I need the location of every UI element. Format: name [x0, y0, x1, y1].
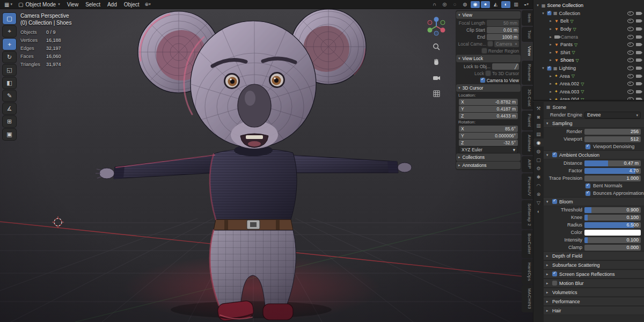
section-volumetrics[interactable]: ▸ Volumetrics — [544, 288, 644, 297]
eye-icon[interactable] — [627, 58, 634, 62]
expand-arrow-icon[interactable]: ▸ — [548, 27, 553, 31]
bloom-intensity-field[interactable]: 0.100 — [584, 237, 641, 243]
eye-icon[interactable] — [627, 50, 634, 55]
tab-item[interactable]: Item — [522, 10, 533, 26]
tool-transform[interactable]: ◧ — [3, 77, 16, 89]
eye-icon[interactable] — [627, 66, 634, 70]
section-3d-cursor-header[interactable]: ▾ 3D Cursor — [456, 84, 521, 92]
render-camera-icon[interactable] — [636, 75, 641, 78]
outliner-row-area[interactable]: ▸ ✦ Area ▽ — [533, 72, 644, 80]
section-motion-blur[interactable]: ▸ Motion Blur — [544, 279, 644, 288]
expand-arrow-icon[interactable]: ▸ — [548, 74, 553, 78]
viewport-denoising-checkbox[interactable] — [586, 144, 590, 149]
outliner-row-shirt[interactable]: ▸ ▼ Shirt ▽ — [533, 49, 644, 57]
expand-arrow-icon[interactable]: ▾ — [541, 11, 545, 16]
snap-magnet-button[interactable]: ∩ — [430, 1, 439, 8]
tab-boxcutter[interactable]: BoxCutter — [522, 230, 533, 258]
close-icon[interactable]: × — [515, 41, 517, 47]
tab-view-layer[interactable]: ▤ — [533, 130, 544, 138]
section-performance[interactable]: ▸ Performance — [544, 297, 644, 306]
eye-icon[interactable] — [627, 27, 634, 31]
section-view-header[interactable]: ▾ View — [456, 11, 521, 19]
bloom-knee-field[interactable]: 0.100 — [584, 215, 641, 221]
cursor-rot-y-field[interactable]: Y0.000006° — [459, 133, 518, 139]
ao-trace-precision-field[interactable]: 1.000 — [584, 175, 641, 181]
render-camera-icon[interactable] — [636, 98, 641, 101]
render-camera-icon[interactable] — [636, 58, 641, 62]
ambient-occlusion-checkbox[interactable] — [552, 152, 557, 157]
tab-softwrap[interactable]: Softwrap 2 — [522, 200, 533, 229]
tool-measure[interactable]: ∡ — [3, 103, 16, 114]
toggle-xray-button[interactable]: ▥ — [511, 1, 521, 8]
expand-arrow-icon[interactable]: ▾ — [541, 66, 545, 70]
tab-machin3[interactable]: MACHIN3 — [522, 285, 533, 312]
tool-cursor[interactable]: ⌖ — [3, 26, 16, 37]
shading-wireframe-button[interactable]: ◌ — [450, 1, 459, 8]
outliner-row-belt[interactable]: ▸ ▼ Belt ▽ — [533, 17, 644, 25]
ssr-checkbox[interactable] — [552, 272, 557, 276]
menu-view[interactable]: View — [64, 1, 82, 9]
toggle-grid-button[interactable] — [430, 87, 442, 99]
outliner-row-area-004[interactable]: ▸ ✦ Area.004 ▽ — [533, 96, 644, 101]
outliner-row-scene-collection[interactable]: ▾ ▦ Scene Collection — [533, 2, 644, 10]
tab-modifiers[interactable]: ⚙ — [533, 164, 544, 172]
tab-physics[interactable]: ◠ — [533, 181, 544, 189]
eye-icon[interactable] — [627, 97, 634, 101]
tool-rotate[interactable]: ↻ — [3, 52, 16, 63]
expand-arrow-icon[interactable]: ▸ — [548, 82, 553, 86]
editor-type-button[interactable]: ▦ ▾ — [2, 2, 14, 8]
outliner-row-camera[interactable]: ▸ Camera — [533, 33, 644, 41]
section-depth-of-field[interactable]: ▸ Depth of Field — [544, 251, 644, 260]
bent-normals-checkbox[interactable] — [586, 184, 590, 188]
section-hair[interactable]: ▸ Hair — [544, 306, 644, 315]
section-sampling[interactable]: ▾ Sampling — [544, 119, 644, 128]
ao-distance-field[interactable]: 0.47 m — [584, 160, 641, 166]
tab-animate[interactable]: Animate — [522, 131, 533, 155]
render-camera-icon[interactable] — [636, 43, 641, 46]
expand-arrow-icon[interactable]: ▸ — [548, 90, 553, 94]
render-camera-icon[interactable] — [636, 82, 641, 85]
outliner-row-collection[interactable]: ▾ ▦ Collection — [533, 10, 644, 18]
render-camera-icon[interactable] — [636, 12, 641, 15]
tab-hardops[interactable]: HardOps — [522, 259, 533, 284]
eye-icon[interactable] — [627, 11, 634, 16]
zoom-button[interactable] — [430, 41, 442, 53]
render-camera-icon[interactable] — [636, 67, 641, 70]
viewport-3d-scene[interactable] — [0, 9, 533, 322]
tab-3d-coat[interactable]: 3D-Coat — [522, 86, 533, 110]
motion-blur-checkbox[interactable] — [552, 281, 557, 286]
cursor-loc-x-field[interactable]: X-0.8782 m — [459, 99, 518, 105]
tab-material[interactable]: ◐ — [533, 207, 544, 215]
bloom-checkbox[interactable] — [552, 199, 557, 204]
shading-rendered-button[interactable]: ● — [481, 1, 490, 8]
bloom-radius-field[interactable]: 6.500 — [584, 222, 641, 228]
section-subsurface-scattering[interactable]: ▸ Subsurface Scattering — [544, 260, 644, 269]
show-gizmos-button[interactable]: ◭ — [491, 1, 500, 8]
show-overlays-button[interactable]: ◐ — [501, 1, 510, 8]
tab-scene[interactable]: ◉ — [533, 138, 544, 147]
outliner-row-body[interactable]: ▸ ▼ Body ▽ — [533, 25, 644, 33]
section-ambient-occlusion[interactable]: ▾ Ambient Occlusion — [544, 150, 644, 159]
render-camera-icon[interactable] — [636, 35, 641, 39]
camera-to-view-checkbox[interactable] — [480, 78, 485, 83]
tab-rename[interactable]: Rename — [522, 61, 533, 85]
render-camera-icon[interactable] — [636, 51, 641, 54]
tab-constraints[interactable]: ⊗ — [533, 190, 544, 198]
tool-annotate[interactable]: ✎ — [3, 90, 16, 101]
expand-arrow-icon[interactable]: ▸ — [548, 19, 553, 23]
tab-tool[interactable]: Tool — [522, 27, 533, 42]
menu-select[interactable]: Select — [82, 1, 104, 9]
eyedropper-icon[interactable]: ╱ — [515, 64, 517, 69]
sampling-render-field[interactable]: 256 — [584, 129, 641, 135]
eye-icon[interactable] — [627, 35, 634, 39]
tab-render[interactable]: ◙ — [533, 113, 544, 121]
clip-start-field[interactable]: 0.01 m — [487, 27, 519, 33]
lighting-checkbox[interactable] — [547, 66, 552, 70]
cursor-loc-y-field[interactable]: Y0.4187 m — [459, 106, 518, 112]
tab-pizemuv[interactable]: PizemUV — [522, 173, 533, 199]
outliner-row-lighting[interactable]: ▾ ▦ Lighting — [533, 64, 644, 72]
tab-view[interactable]: View — [522, 43, 533, 60]
render-region-checkbox[interactable] — [482, 48, 487, 53]
tab-particles[interactable]: ✱ — [533, 173, 544, 181]
eye-icon[interactable] — [627, 19, 634, 23]
